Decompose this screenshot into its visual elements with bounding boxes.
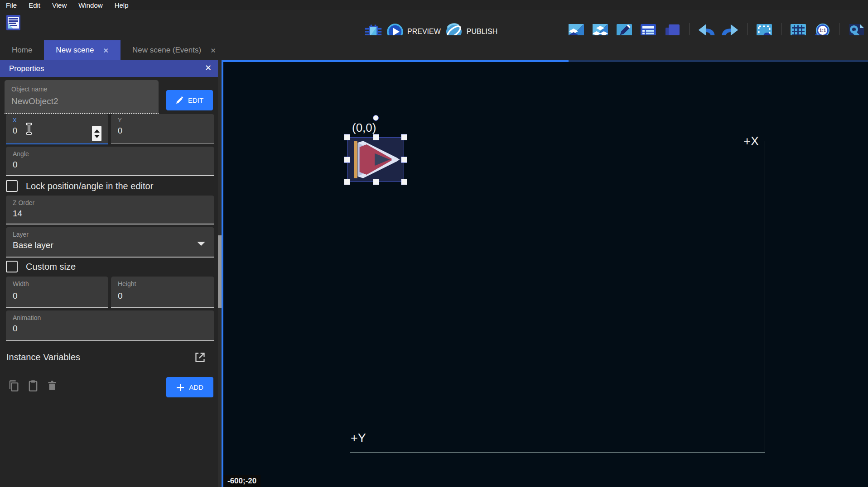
project-manager-button[interactable]: [4, 14, 22, 32]
object-name-field[interactable]: Object name NewObject2: [5, 80, 159, 114]
menu-file[interactable]: File: [0, 1, 23, 9]
tab-close-icon[interactable]: ✕: [210, 47, 216, 54]
layer-label: Layer: [13, 231, 29, 238]
edit-button-label: EDIT: [188, 96, 203, 104]
layer-value: Base layer: [13, 240, 53, 250]
pencil-icon: [176, 96, 183, 104]
animation-field[interactable]: Animation 0: [6, 310, 214, 341]
z-order-field[interactable]: Z Order 14: [6, 196, 214, 224]
custom-size-row: Custom size: [6, 261, 76, 272]
resize-handle-n[interactable]: [373, 134, 379, 140]
animation-value: 0: [13, 324, 18, 334]
properties-close-icon[interactable]: ✕: [205, 63, 212, 73]
x-field-value: 0: [13, 126, 17, 136]
height-label: Height: [118, 280, 136, 287]
resize-handle-e[interactable]: [401, 157, 407, 163]
tab-close-icon[interactable]: ✕: [103, 47, 109, 54]
svg-text:1:1: 1:1: [820, 28, 826, 33]
publish-label: PUBLISH: [467, 28, 497, 36]
main-toolbar: PREVIEW PUBLISH: [0, 10, 868, 35]
game-window-bounds: [350, 141, 765, 453]
y-axis-label: +Y: [351, 431, 366, 445]
resize-handle-sw[interactable]: [344, 179, 350, 185]
selection-highlight: [347, 137, 404, 182]
y-field-label: Y: [118, 117, 122, 124]
properties-panel-title: Properties: [9, 64, 44, 73]
tab-new-scene-label: New scene: [56, 46, 94, 55]
instance-variables-title: Instance Variables: [6, 352, 80, 363]
properties-panel-header: Properties ✕: [0, 60, 218, 77]
tab-new-scene-events-label: New scene (Events): [132, 46, 201, 55]
z-order-label: Z Order: [13, 199, 34, 206]
tab-new-scene-events[interactable]: New scene (Events) ✕: [121, 40, 228, 60]
open-variables-editor-button[interactable]: [194, 351, 206, 365]
lock-position-checkbox[interactable]: [6, 180, 18, 192]
width-field[interactable]: Width 0: [6, 277, 108, 308]
editor-tab-bar: Home New scene ✕ New scene (Events) ✕: [0, 35, 868, 60]
x-field-spinner[interactable]: [92, 126, 101, 141]
height-value: 0: [118, 291, 123, 301]
edit-object-button[interactable]: EDIT: [166, 90, 213, 110]
tab-home-label: Home: [12, 46, 32, 55]
resize-handle-nw[interactable]: [344, 134, 350, 140]
angle-field-value: 0: [13, 160, 18, 170]
spaceship-sprite: [349, 140, 402, 179]
tab-new-scene[interactable]: New scene ✕: [44, 40, 121, 60]
origin-coordinates-label: (0,0): [352, 121, 376, 135]
x-axis-label: +X: [730, 134, 759, 148]
rotation-handle[interactable]: [373, 115, 379, 121]
z-order-value: 14: [13, 209, 22, 219]
plus-icon: [176, 383, 184, 392]
gdevelop-window: File Edit View Window Help: [0, 0, 868, 487]
object-name-label: Object name: [11, 86, 47, 93]
width-label: Width: [13, 280, 29, 287]
open-in-new-icon: [194, 351, 206, 363]
x-field-label: X: [13, 117, 17, 124]
menu-window[interactable]: Window: [72, 1, 108, 9]
width-value: 0: [13, 291, 18, 301]
preview-label: PREVIEW: [407, 28, 441, 36]
copy-icon[interactable]: [7, 379, 20, 392]
resize-handle-s[interactable]: [373, 179, 379, 185]
menu-edit[interactable]: Edit: [23, 1, 46, 9]
trash-icon[interactable]: [46, 379, 58, 392]
lock-position-label: Lock position/angle in the editor: [26, 181, 153, 191]
chevron-down-icon[interactable]: [197, 242, 205, 246]
variables-toolbar: [7, 379, 58, 392]
custom-size-label: Custom size: [26, 262, 76, 272]
properties-scrollbar[interactable]: [218, 60, 222, 487]
object-name-value: NewObject2: [11, 96, 58, 106]
add-variable-button[interactable]: ADD: [166, 377, 213, 397]
add-button-label: ADD: [189, 383, 203, 391]
tab-home[interactable]: Home: [0, 40, 44, 60]
y-field-value: 0: [118, 126, 122, 136]
menu-help[interactable]: Help: [109, 1, 135, 9]
project-manager-icon: [4, 14, 21, 31]
menu-view[interactable]: View: [46, 1, 72, 9]
resize-handle-se[interactable]: [401, 179, 407, 185]
menu-bar: File Edit View Window Help: [0, 0, 868, 10]
height-field[interactable]: Height 0: [111, 277, 214, 308]
properties-panel: Properties ✕ Object name NewObject2 EDIT…: [0, 60, 218, 487]
selected-instance[interactable]: [347, 137, 404, 182]
spinner-up-icon[interactable]: [94, 129, 100, 133]
angle-field-label: Angle: [13, 150, 29, 158]
y-position-field[interactable]: Y 0: [111, 114, 214, 144]
scrollbar-thumb[interactable]: [218, 235, 222, 308]
angle-field[interactable]: Angle 0: [6, 147, 214, 176]
cursor-coordinates-badge: -600;-20: [223, 475, 260, 487]
animation-label: Animation: [13, 314, 41, 321]
resize-handle-w[interactable]: [344, 157, 350, 163]
layer-select[interactable]: Layer Base layer: [6, 227, 214, 258]
lock-position-row: Lock position/angle in the editor: [6, 180, 153, 192]
spinner-down-icon[interactable]: [94, 135, 100, 138]
custom-size-checkbox[interactable]: [6, 261, 18, 272]
paste-icon[interactable]: [27, 379, 39, 392]
scene-canvas[interactable]: (0,0) +X +Y -600;-20: [223, 62, 868, 487]
x-position-field[interactable]: X 0: [6, 114, 108, 144]
resize-handle-ne[interactable]: [401, 134, 407, 140]
